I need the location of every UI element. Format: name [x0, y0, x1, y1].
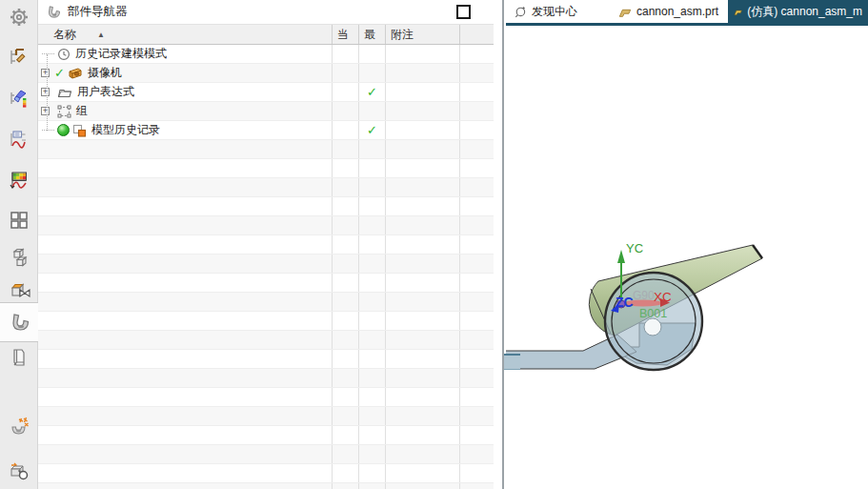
navigator-empty-rows [38, 140, 494, 489]
expander-icon[interactable]: + [41, 107, 50, 115]
axis-y-label: YC [626, 241, 643, 255]
part-navigator-title-icon [46, 4, 62, 20]
tab-label: 发现中心 [532, 4, 577, 20]
measure-icon[interactable] [0, 409, 38, 443]
table-row-empty [38, 426, 494, 445]
tab-simulation-cannon-asm[interactable]: (仿真) cannon_asm_m [728, 0, 868, 23]
graphics-viewport[interactable]: YC G90 XC ZC B001 [506, 26, 868, 489]
table-row-empty [38, 350, 494, 369]
part-navigator-icon[interactable] [0, 302, 39, 342]
tab-label: cannon_asm.prt [636, 5, 718, 18]
table-row-empty [38, 445, 494, 464]
table-row-empty [38, 274, 494, 293]
column-header-extra [459, 25, 494, 44]
joint-label: G90 [633, 289, 655, 302]
body-label: B001 [639, 307, 667, 320]
axis-x-label: XC [654, 290, 672, 304]
column-header-current[interactable]: 当 [332, 25, 358, 44]
table-row-empty [38, 483, 494, 489]
group-icon [57, 105, 71, 118]
tab-discovery-center[interactable]: 发现中心 [508, 0, 608, 23]
resource-bar [0, 0, 38, 489]
expander-icon[interactable]: + [41, 69, 50, 77]
check-icon: ✓ [367, 123, 377, 137]
tree-item-label: 模型历史记录 [91, 122, 160, 138]
table-row-empty [38, 235, 494, 255]
post-processing-navigator-icon[interactable] [0, 81, 38, 115]
table-row-empty [38, 178, 494, 197]
panel-splitter[interactable] [502, 0, 504, 489]
folder-icon [57, 86, 72, 99]
nx-window: 部件导航器 名称 ▲ 当 最 附注 [0, 0, 868, 489]
xy-function-navigator-icon[interactable] [0, 122, 38, 156]
table-row-empty [38, 331, 494, 350]
tab-bar: 发现中心 cannon_asm.prt (仿真) cannon_asm_m [506, 0, 868, 23]
windows-layout-icon[interactable] [0, 203, 38, 237]
column-header-latest[interactable]: 最 [358, 25, 385, 44]
expander-icon[interactable]: + [41, 88, 50, 96]
maximize-button[interactable] [456, 5, 471, 19]
table-row-empty [38, 140, 494, 159]
panel-title: 部件导航器 [68, 4, 128, 20]
table-row-empty [38, 159, 494, 178]
table-row-empty [38, 197, 494, 216]
table-row-history-mode[interactable]: 历史记录建模模式 [38, 45, 494, 64]
splitter-grip[interactable] [504, 354, 520, 370]
tree-item-label: 组 [76, 103, 88, 119]
clock-icon [57, 48, 71, 61]
table-row-empty [38, 464, 494, 483]
tab-cannon-asm-prt[interactable]: cannon_asm.prt [613, 0, 725, 23]
notes-icon[interactable] [0, 340, 38, 375]
table-row-empty [38, 255, 494, 274]
tree-connector-line [47, 54, 48, 131]
panel-header: 部件导航器 [38, 0, 494, 25]
table-row-empty [38, 216, 494, 235]
table-row-empty [38, 293, 494, 312]
status-sphere-icon [57, 124, 70, 136]
part-navigator-panel: 部件导航器 名称 ▲ 当 最 附注 [38, 0, 494, 489]
camera-icon [68, 67, 83, 80]
table-row-empty [38, 312, 494, 331]
table-row-model-history[interactable]: 模型历史记录 ✓ [38, 121, 494, 140]
model-history-icon [72, 124, 87, 137]
column-header-row: 名称 ▲ 当 最 附注 [38, 25, 494, 45]
motion-navigator-icon[interactable] [0, 40, 38, 74]
part-file-icon [618, 6, 632, 18]
find-component-icon[interactable] [0, 454, 38, 488]
tab-label: (仿真) cannon_asm_m [747, 4, 862, 20]
gear-icon[interactable] [0, 0, 38, 34]
column-header-name[interactable]: 名称 ▲ [38, 25, 332, 44]
tree-rows: 历史记录建模模式 + ✓ 摄像机 [38, 45, 494, 489]
table-row-empty [38, 369, 494, 388]
table-row-user-expressions[interactable]: + 用户表达式 ✓ [38, 83, 494, 102]
table-row-camera[interactable]: + ✓ 摄像机 [38, 64, 494, 83]
wheel-hub [644, 318, 661, 336]
tree-item-label: 用户表达式 [77, 84, 134, 100]
axis-y-arrow [617, 250, 625, 263]
table-row-group[interactable]: + 组 [38, 102, 494, 121]
assembly-navigator-icon[interactable] [0, 240, 38, 275]
table-row-empty [38, 407, 494, 426]
cannon-model[interactable] [506, 245, 762, 370]
sort-asc-icon: ▲ [97, 31, 105, 39]
column-header-comment[interactable]: 附注 [385, 25, 459, 44]
tree-item-label: 历史记录建模模式 [75, 46, 167, 62]
discovery-icon [514, 5, 527, 18]
graphics-pane: 发现中心 cannon_asm.prt (仿真) cannon_asm_m [506, 0, 868, 489]
table-row-empty [38, 388, 494, 407]
tree-item-label: 摄像机 [88, 65, 122, 81]
sim-part-file-icon [734, 6, 742, 18]
axis-z-label: ZC [616, 295, 634, 310]
check-icon: ✓ [54, 66, 65, 80]
solution-monitor-icon[interactable] [0, 162, 38, 196]
check-icon: ✓ [367, 85, 377, 99]
